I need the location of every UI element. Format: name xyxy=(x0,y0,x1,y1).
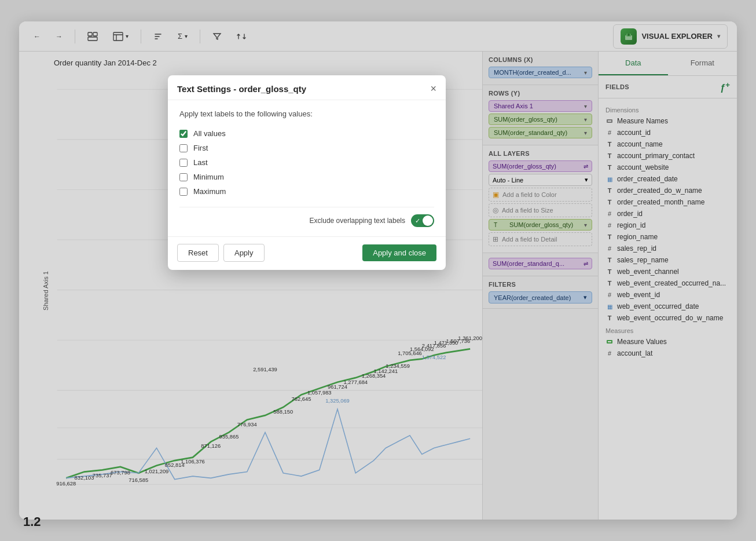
row2-pill[interactable]: SUM(order_standard_qty) ▾ xyxy=(489,127,592,138)
checkbox-all-values: All values xyxy=(179,126,434,141)
svg-text:1,325,069: 1,325,069 xyxy=(325,397,350,404)
modal-header: Text Settings - order_gloss_qty × xyxy=(168,75,446,100)
forward-button[interactable]: → xyxy=(50,30,68,43)
checkbox-maximum-input[interactable] xyxy=(179,188,188,196)
checkbox-maximum: Maximum xyxy=(179,184,434,199)
field-account-website[interactable]: T account_website xyxy=(599,162,737,173)
toolbar: ← → ▾ Σ▾ VISUAL EXPLORER xyxy=(19,21,737,52)
footer-left: Reset Apply xyxy=(177,244,265,262)
svg-text:832,103: 832,103 xyxy=(75,474,94,480)
add-color-placeholder[interactable]: ▣ Add a field to Color xyxy=(489,188,592,202)
tab-format[interactable]: Format xyxy=(668,52,737,75)
sort2-button[interactable] xyxy=(232,29,251,44)
layer1-item[interactable]: SUM(order_gloss_qty) ⇌ xyxy=(489,160,592,172)
ve-dropdown-icon[interactable]: ▾ xyxy=(717,33,720,39)
pill-arrow4: ▾ xyxy=(584,130,587,136)
add-field-button[interactable]: ƒ+ xyxy=(720,81,730,93)
field-web-event-id[interactable]: # web_event_id xyxy=(599,289,737,301)
layer-type-dropdown[interactable]: Auto - Line ▾ xyxy=(489,174,592,186)
svg-rect-0 xyxy=(88,32,92,36)
field-region-name[interactable]: T region_name xyxy=(599,231,737,243)
hash-icon-account-id: # xyxy=(605,129,614,137)
ve-icon xyxy=(621,28,637,45)
pill-arrow3: ▾ xyxy=(584,116,587,123)
svg-text:588,150: 588,150 xyxy=(273,408,293,415)
field-measure-values[interactable]: Measure Values xyxy=(599,336,737,348)
apply-button[interactable]: Apply xyxy=(223,244,265,262)
checkbox-all-values-input[interactable] xyxy=(179,130,188,138)
shared-axis-pill[interactable]: Shared Axis 1 ▾ xyxy=(489,100,592,112)
add-size-placeholder[interactable]: ◎ Add a field to Size xyxy=(489,203,592,217)
t-icon-sales-rep-name: T xyxy=(605,256,614,264)
table-button[interactable]: ▾ xyxy=(108,29,134,44)
checkbox-maximum-label[interactable]: Maximum xyxy=(193,187,226,196)
field-sales-rep-name[interactable]: T sales_rep_name xyxy=(599,254,737,266)
field-web-event-channel[interactable]: T web_event_channel xyxy=(599,266,737,277)
hash-icon-web-event-id: # xyxy=(605,291,614,299)
svg-text:1,021,209: 1,021,209 xyxy=(145,468,169,474)
checkbox-last-label[interactable]: Last xyxy=(193,158,208,167)
dropdown-arrow: ▾ xyxy=(585,176,588,184)
fields-tabs: Data Format xyxy=(599,52,737,76)
visual-explorer-label: VISUAL EXPLORER xyxy=(641,32,713,41)
checkbox-minimum-label[interactable]: Minimum xyxy=(193,173,224,181)
svg-point-8 xyxy=(627,34,630,36)
checkbox-first-label[interactable]: First xyxy=(193,144,208,152)
layer2-item[interactable]: SUM(order_standard_q... ⇌ xyxy=(489,258,592,269)
field-order-created-dow[interactable]: T order_created_do_w_name xyxy=(599,185,737,196)
checkbox-last-input[interactable] xyxy=(179,159,188,167)
checkbox-all-values-label[interactable]: All values xyxy=(193,129,226,138)
measure-values-icon xyxy=(605,338,614,346)
columns-section: Columns (X) MONTH(order_created_d... ▾ xyxy=(483,52,598,85)
row1-pill[interactable]: SUM(order_gloss_qty) ▾ xyxy=(489,114,592,125)
layout-button[interactable] xyxy=(82,29,103,44)
filter-arrow: ▾ xyxy=(583,294,587,301)
field-account-id[interactable]: # account_id xyxy=(599,127,737,138)
field-measure-names[interactable]: Measure Names xyxy=(599,115,737,127)
field-web-event-created[interactable]: T web_event_created_occurred_na... xyxy=(599,277,737,289)
agg-button[interactable]: Σ▾ xyxy=(173,29,193,43)
svg-text:776,934: 776,934 xyxy=(237,421,258,427)
text-field-pill[interactable]: T SUM(order_gloss_qty) ▾ xyxy=(489,219,592,231)
field-order-created-month[interactable]: T order_created_month_name xyxy=(599,196,737,208)
toggle-switch[interactable]: ✓ xyxy=(411,214,434,227)
apply-close-button[interactable]: Apply and close xyxy=(362,244,436,261)
text-pill-arrow: ▾ xyxy=(584,222,587,228)
field-order-id[interactable]: # order_id xyxy=(599,208,737,220)
field-account-name[interactable]: T account_name xyxy=(599,138,737,150)
columns-field-pill[interactable]: MONTH(order_created_d... ▾ xyxy=(489,67,592,78)
toggle-label: Exclude overlapping text labels xyxy=(310,217,405,225)
hash-icon-region-id: # xyxy=(605,221,614,229)
t-icon-order-dow: T xyxy=(605,187,614,195)
sort-button[interactable] xyxy=(148,29,168,44)
tab-data[interactable]: Data xyxy=(599,52,668,75)
reset-button[interactable]: Reset xyxy=(177,244,219,262)
checkbox-first-input[interactable] xyxy=(179,144,188,152)
checkbox-minimum-input[interactable] xyxy=(179,173,188,181)
svg-rect-59 xyxy=(608,120,611,122)
svg-text:1,057,983: 1,057,983 xyxy=(307,389,332,396)
toolbar-right: VISUAL EXPLORER ▾ xyxy=(613,24,728,49)
field-region-id[interactable]: # region_id xyxy=(599,220,737,231)
back-button[interactable]: ← xyxy=(28,30,46,43)
t-icon-order-month: T xyxy=(605,198,614,206)
field-account-lat[interactable]: # account_lat xyxy=(599,348,737,359)
t-icon-account-primary: T xyxy=(605,152,614,160)
add-detail-placeholder[interactable]: ⊞ Add a field to Detail xyxy=(489,232,592,246)
field-sales-rep-id[interactable]: # sales_rep_id xyxy=(599,243,737,254)
filters-title: Filters xyxy=(489,281,592,288)
field-account-primary-contact[interactable]: T account_primary_contact xyxy=(599,150,737,162)
filter1-pill[interactable]: YEAR(order_created_date) ▾ xyxy=(489,291,592,304)
field-web-event-occurred-dow[interactable]: T web_event_occurred_do_w_name xyxy=(599,312,737,324)
fields-header: FIELDS ƒ+ xyxy=(599,76,737,98)
rows-title: Rows (Y) xyxy=(489,90,592,97)
measures-label: Measures xyxy=(599,324,737,336)
field-order-created-date[interactable]: ▦ order_created_date xyxy=(599,173,737,185)
modal-close-button[interactable]: × xyxy=(430,83,436,94)
filter-button[interactable] xyxy=(207,29,227,44)
field-web-event-occurred-date[interactable]: ▦ web_event_occurred_date xyxy=(599,301,737,312)
chart-title: Order quantity Jan 2014-Dec 2 xyxy=(19,59,482,72)
measure-names-icon xyxy=(605,117,614,125)
t-icon-account-name: T xyxy=(605,140,614,148)
toolbar-separator3 xyxy=(200,30,200,43)
